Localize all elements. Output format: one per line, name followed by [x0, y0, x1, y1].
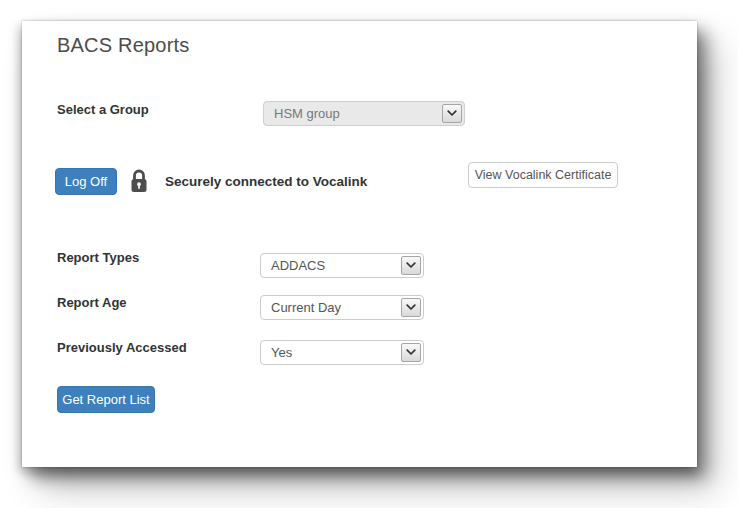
bacs-reports-panel: BACS Reports Select a Group HSM group Lo…: [22, 21, 697, 467]
report-age-select[interactable]: Current Day: [260, 295, 424, 320]
report-types-select[interactable]: ADDACS: [260, 253, 424, 278]
select-a-group-label: Select a Group: [57, 103, 149, 117]
page-background: BACS Reports Select a Group HSM group Lo…: [0, 0, 738, 508]
view-vocalink-certificate-button[interactable]: View Vocalink Certificate: [468, 162, 618, 188]
group-select[interactable]: HSM group: [263, 101, 465, 126]
report-age-label: Report Age: [57, 296, 127, 310]
group-select-value: HSM group: [274, 106, 340, 121]
log-off-button[interactable]: Log Off: [55, 168, 117, 195]
previously-accessed-select-value: Yes: [271, 345, 292, 360]
lock-icon: [129, 168, 149, 195]
chevron-down-icon: [401, 298, 421, 317]
get-report-list-button[interactable]: Get Report List: [57, 386, 155, 413]
chevron-down-icon: [442, 104, 462, 123]
chevron-down-icon: [401, 343, 421, 362]
report-types-select-value: ADDACS: [271, 258, 325, 273]
session-bar: Log Off Securely connected to Vocalink: [55, 167, 367, 195]
report-types-label: Report Types: [57, 251, 139, 265]
page-title: BACS Reports: [57, 34, 189, 57]
chevron-down-icon: [401, 256, 421, 275]
secure-connection-status: Securely connected to Vocalink: [165, 174, 367, 189]
previously-accessed-label: Previously Accessed: [57, 341, 187, 355]
previously-accessed-select[interactable]: Yes: [260, 340, 424, 365]
report-age-select-value: Current Day: [271, 300, 341, 315]
